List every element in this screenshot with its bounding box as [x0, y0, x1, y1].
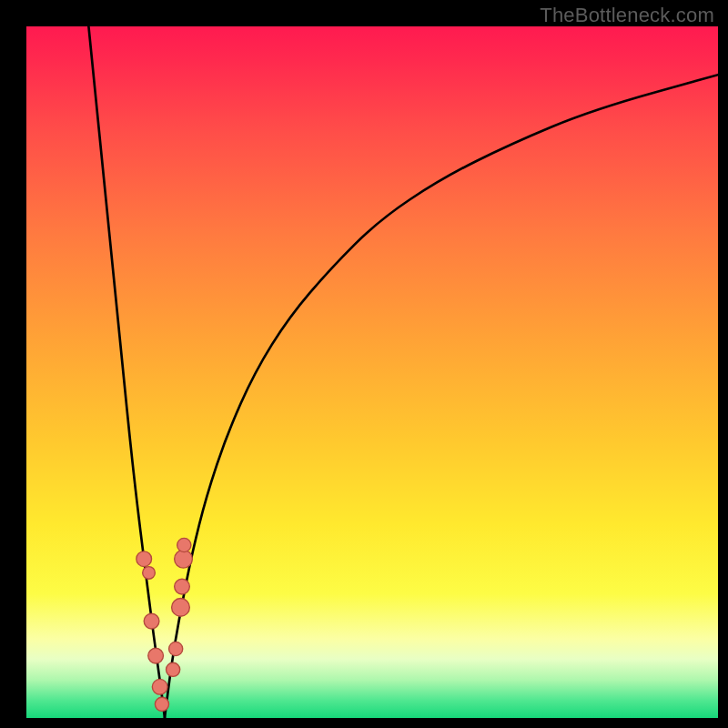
plot-background: [26, 26, 718, 718]
data-point: [143, 567, 156, 580]
data-point: [148, 648, 164, 663]
data-point: [169, 642, 183, 655]
data-point: [144, 613, 159, 629]
data-point: [152, 679, 167, 694]
watermark-text: TheBottleneck.com: [540, 4, 714, 27]
data-point: [155, 697, 168, 711]
data-point: [175, 550, 193, 568]
data-point: [177, 538, 191, 551]
chart-frame: TheBottleneck.com: [0, 0, 728, 728]
bottleneck-plot: [26, 26, 718, 718]
data-point: [167, 662, 180, 676]
data-point: [175, 579, 190, 594]
data-point: [172, 599, 190, 617]
data-point: [136, 551, 152, 567]
